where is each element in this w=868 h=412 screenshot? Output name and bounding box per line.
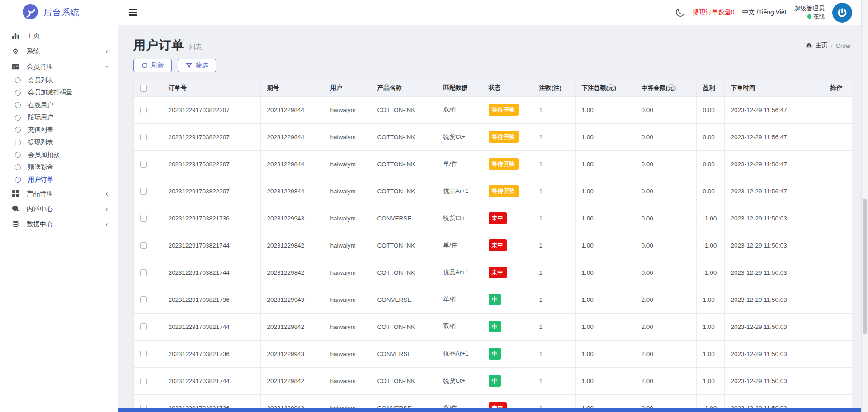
sidebar-item-label: 陪玩用户	[28, 113, 53, 122]
cell-order_no: 202312291703821744	[162, 367, 260, 394]
sidebar-item-用户订单[interactable]: 用户订单	[0, 173, 118, 186]
cell-period_no: 20231229842	[260, 259, 324, 286]
row-checkbox[interactable]	[140, 378, 147, 384]
column-header-period_no: 期号	[260, 80, 324, 96]
sidebar-item-主页[interactable]: 主页	[0, 28, 118, 43]
chevron-down-icon: ‹	[103, 65, 111, 68]
cell-actions	[824, 313, 852, 340]
sidebar-item-label: 会员加扣款	[28, 151, 60, 159]
hamburger-menu-icon[interactable]	[129, 9, 137, 16]
cell-profit: 0.00	[696, 178, 724, 205]
cell-product: COTTON-INK	[371, 150, 437, 178]
cell-actions	[824, 367, 852, 394]
cell-user: haiwaiym	[324, 286, 371, 313]
row-checkbox[interactable]	[140, 188, 147, 195]
sidebar-item-会员列表[interactable]: 会员列表	[0, 74, 118, 87]
chevron-left-icon: ‹	[105, 220, 108, 228]
row-checkbox[interactable]	[140, 323, 147, 330]
table-row: 20231229170382174420231229842haiwaiymCOT…	[134, 259, 852, 286]
table-row: 20231229170382173620231229943haiwaiymCON…	[134, 286, 852, 313]
cell-period_no: 20231229844	[260, 178, 324, 205]
cell-status: 中	[482, 340, 533, 367]
cell-product: COTTON-INK	[371, 96, 437, 123]
cell-time: 2023-12-29 11:56:47	[724, 123, 824, 150]
cell-bet_count: 1	[533, 286, 575, 313]
cell-match_data: 优品Ar+1	[437, 340, 482, 367]
cell-bet_count: 1	[533, 232, 575, 259]
cell-profit: -1.00	[696, 232, 724, 259]
cell-user: haiwaiym	[324, 367, 371, 394]
column-header-status: 状态	[482, 80, 533, 96]
cell-user: haiwaiym	[324, 205, 371, 232]
sidebar-item-系统[interactable]: ⚙系统‹	[0, 43, 118, 59]
column-header-match_data: 匹配数据	[437, 80, 482, 96]
status-badge: 未中	[489, 267, 507, 278]
sidebar-item-内容中心[interactable]: 内容中心‹	[0, 201, 118, 217]
row-checkbox[interactable]	[140, 215, 147, 222]
sidebar-item-充值列表[interactable]: 充值列表	[0, 124, 118, 136]
row-checkbox[interactable]	[140, 134, 147, 140]
sidebar-item-产品管理[interactable]: 产品管理‹	[0, 186, 118, 201]
row-checkbox[interactable]	[140, 242, 147, 249]
cell-match_data: 单/件	[437, 286, 482, 313]
sidebar-item-赠送彩金[interactable]: 赠送彩金	[0, 161, 118, 174]
cell-win_amount: 0.00	[635, 232, 696, 259]
sidebar-item-在线用户[interactable]: 在线用户	[0, 99, 118, 112]
main-content: 用户订单 列表 主页 / Order 刷新 筛选	[118, 25, 861, 412]
cell-period_no: 20231229844	[260, 150, 324, 178]
circle-icon	[15, 140, 21, 145]
vertical-scrollbar[interactable]	[861, 0, 868, 412]
cell-profit: -1.00	[696, 205, 724, 232]
cell-profit: 0.00	[696, 150, 724, 178]
scrollbar-thumb[interactable]	[863, 199, 867, 334]
refresh-button[interactable]: 刷新	[133, 59, 172, 72]
cell-user: haiwaiym	[324, 150, 371, 178]
cell-actions	[824, 96, 852, 123]
power-icon	[836, 7, 848, 19]
page-subtitle: 列表	[189, 43, 202, 53]
select-all-checkbox[interactable]	[140, 85, 147, 92]
cell-time: 2023-12-29 11:50:03	[724, 286, 824, 313]
cell-actions	[824, 259, 852, 286]
row-checkbox[interactable]	[140, 296, 147, 303]
database-icon	[11, 220, 19, 229]
cell-status: 等待开奖	[482, 123, 533, 150]
sidebar-item-会员管理[interactable]: 会员管理‹	[0, 59, 118, 74]
cell-bet_total: 1.00	[575, 259, 635, 286]
sidebar-item-陪玩用户[interactable]: 陪玩用户	[0, 112, 118, 124]
column-header-actions: 操作	[824, 80, 852, 96]
cell-product: COTTON-INK	[371, 367, 437, 394]
online-dot-icon	[807, 14, 811, 19]
row-checkbox[interactable]	[140, 269, 147, 276]
sidebar-item-数据中心[interactable]: 数据中心‹	[0, 217, 118, 232]
table-row: 20231229170382174420231229842haiwaiymCOT…	[134, 232, 852, 259]
logout-power-button[interactable]	[832, 3, 852, 23]
breadcrumb-home-link[interactable]: 主页	[816, 42, 828, 50]
language-switcher[interactable]: 中文 /Tiếng Việt	[742, 9, 786, 17]
cell-match_data: 统货Ct+	[437, 367, 482, 394]
filter-button[interactable]: 筛选	[178, 59, 216, 72]
cell-order_no: 202312291703821736	[162, 340, 260, 367]
row-checkbox[interactable]	[140, 161, 147, 168]
cell-status: 未中	[482, 232, 533, 259]
status-badge: 等待开奖	[489, 158, 519, 170]
column-header-product: 产品名称	[371, 80, 437, 96]
cell-actions	[824, 286, 852, 313]
cell-actions	[824, 340, 852, 367]
cell-bet_total: 1.00	[575, 286, 635, 313]
cell-period_no: 20231229842	[260, 313, 324, 340]
cell-bet_total: 1.00	[575, 123, 635, 150]
cell-period_no: 20231229943	[260, 340, 324, 367]
cell-select	[134, 259, 162, 286]
sidebar-item-会员加减打码量[interactable]: 会员加减打码量	[0, 87, 118, 99]
row-checkbox[interactable]	[140, 351, 147, 357]
row-checkbox[interactable]	[140, 107, 147, 113]
withdraw-order-notice[interactable]: 提现订单数量0	[693, 9, 735, 17]
cell-profit: 1.00	[696, 313, 724, 340]
sidebar-item-提现列表[interactable]: 提现列表	[0, 136, 118, 149]
cell-period_no: 20231229943	[260, 205, 324, 232]
cell-bet_count: 1	[533, 259, 575, 286]
cell-order_no: 202312291703821744	[162, 232, 260, 259]
sidebar-item-会员加扣款[interactable]: 会员加扣款	[0, 149, 118, 161]
dark-mode-moon-icon[interactable]	[675, 7, 685, 18]
